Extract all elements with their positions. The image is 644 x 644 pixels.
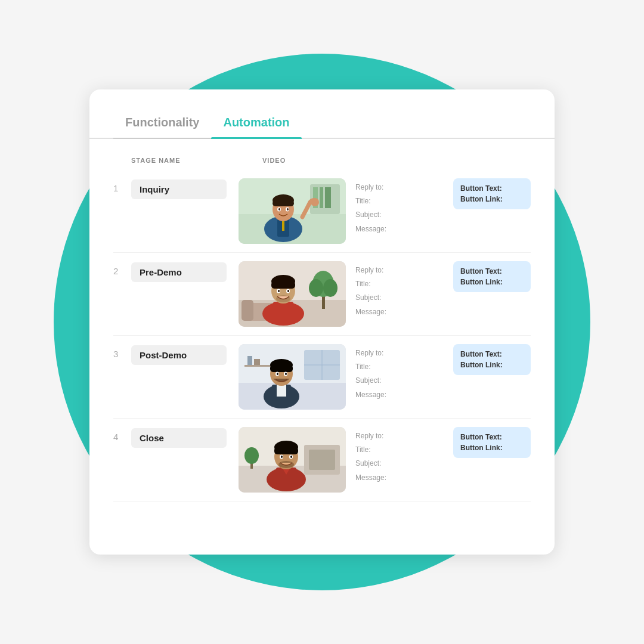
stage-number: 4 (113, 427, 131, 442)
svg-point-67 (281, 456, 283, 458)
button-text-label: Button Text: (460, 433, 524, 441)
subject-label: Subject: (355, 458, 446, 469)
button-text-label: Button Text: (460, 350, 524, 358)
button-text-label: Button Text: (460, 184, 524, 193)
table-row: 3 Post-Demo Reply to (113, 336, 531, 419)
subject-label: Subject: (355, 209, 446, 221)
button-link-label: Button Link: (460, 195, 524, 203)
stage-number: 2 (113, 261, 131, 276)
email-fields: Reply to: Title: Subject: Message: (355, 261, 446, 318)
svg-point-51 (277, 373, 278, 375)
col-header-stage: STAGE NAME (131, 157, 250, 164)
reply-to-label: Reply to: (355, 182, 446, 193)
button-link-label: Button Link: (460, 444, 524, 452)
stage-number: 3 (113, 344, 131, 359)
email-fields: Reply to: Title: Subject: Message: (355, 344, 446, 401)
video-thumbnail[interactable] (239, 427, 346, 493)
stages-list: 1 Inquiry Reply to: (113, 170, 531, 501)
stage-number: 1 (113, 178, 131, 193)
tab-functionality[interactable]: Functionality (113, 107, 211, 138)
video-thumbnail[interactable] (239, 344, 346, 410)
svg-rect-11 (273, 200, 294, 206)
svg-point-68 (290, 456, 292, 458)
svg-rect-5 (325, 187, 331, 208)
title-label: Title: (355, 196, 446, 207)
svg-rect-42 (254, 359, 260, 365)
reply-to-label: Reply to: (355, 431, 446, 442)
svg-point-52 (285, 373, 287, 375)
svg-point-58 (244, 447, 259, 464)
main-card: Functionality Automation STAGE NAME VIDE… (89, 89, 555, 555)
button-info-box: Button Text: Button Link: (453, 344, 531, 375)
button-text-label: Button Text: (460, 267, 524, 275)
subject-label: Subject: (355, 292, 446, 304)
stage-name: Pre-Demo (131, 262, 227, 282)
video-thumbnail[interactable] (239, 178, 346, 244)
svg-rect-4 (320, 187, 323, 208)
title-label: Title: (355, 278, 446, 290)
video-thumbnail[interactable] (239, 261, 346, 327)
svg-point-23 (309, 279, 323, 297)
svg-point-34 (287, 290, 289, 292)
message-label: Message: (355, 472, 446, 484)
message-label: Message: (355, 389, 446, 401)
button-info-box: Button Text: Button Link: (453, 427, 531, 458)
svg-rect-26 (273, 302, 293, 318)
table-row: 4 Close Reply to: Title: (113, 419, 531, 501)
message-label: Message: (355, 306, 446, 318)
email-fields: Reply to: Title: Subject: Message: (355, 427, 446, 484)
svg-rect-29 (271, 281, 295, 289)
svg-rect-56 (309, 450, 335, 470)
subject-label: Subject: (355, 375, 446, 386)
background-circle: Functionality Automation STAGE NAME VIDE… (54, 54, 590, 590)
svg-point-15 (287, 208, 289, 210)
email-fields: Reply to: Title: Subject: Message: (355, 178, 446, 235)
svg-rect-45 (277, 385, 286, 397)
svg-rect-63 (274, 447, 298, 454)
table-row: 1 Inquiry Reply to: (113, 170, 531, 253)
svg-point-14 (278, 208, 280, 210)
stage-name: Close (131, 428, 227, 448)
table-row: 2 Pre-Demo Reply to: Tit (113, 253, 531, 336)
svg-point-24 (323, 279, 338, 297)
col-header-video: VIDEO (262, 157, 286, 164)
title-label: Title: (355, 361, 446, 373)
column-headers: STAGE NAME VIDEO (113, 151, 531, 170)
svg-rect-40 (244, 365, 274, 367)
stage-name: Inquiry (131, 179, 227, 199)
svg-point-33 (278, 290, 280, 292)
message-label: Message: (355, 224, 446, 235)
tab-automation[interactable]: Automation (211, 107, 301, 138)
tabs-header: Functionality Automation (89, 89, 555, 139)
reply-to-label: Reply to: (355, 265, 446, 276)
svg-rect-41 (247, 356, 252, 365)
svg-rect-48 (270, 365, 293, 372)
content-area: STAGE NAME VIDEO 1 Inquiry (89, 139, 555, 555)
button-link-label: Button Link: (460, 278, 524, 286)
button-info-box: Button Text: Button Link: (453, 178, 531, 209)
button-info-box: Button Text: Button Link: (453, 261, 531, 292)
button-link-label: Button Link: (460, 361, 524, 369)
svg-rect-20 (242, 300, 253, 321)
stage-name: Post-Demo (131, 345, 227, 365)
title-label: Title: (355, 444, 446, 456)
svg-point-16 (311, 198, 319, 206)
reply-to-label: Reply to: (355, 348, 446, 359)
